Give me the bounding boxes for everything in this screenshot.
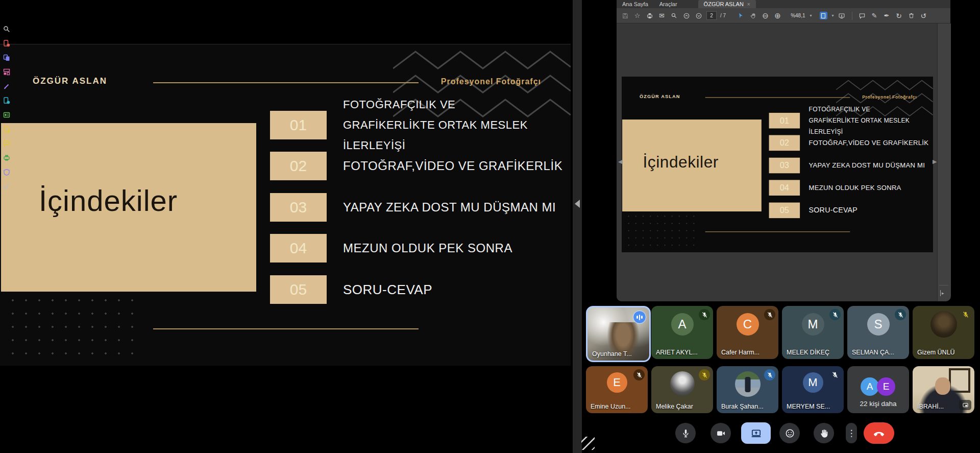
- toc-item: 05 SORU-CEVAP: [270, 275, 561, 304]
- raise-hand-button[interactable]: [814, 423, 834, 443]
- overflow-participants-tile[interactable]: A E 22 kişi daha: [847, 366, 909, 413]
- edit-pdf-tool-icon[interactable]: [3, 83, 10, 90]
- zoom-out-icon[interactable]: ⊖: [761, 11, 770, 20]
- participant-tile[interactable]: E Emine Uzun...: [586, 366, 648, 413]
- collapse-panel-arrow-icon[interactable]: [575, 200, 580, 208]
- next-page-icon[interactable]: [694, 11, 703, 20]
- select-tool-icon[interactable]: [737, 11, 745, 20]
- participant-tile[interactable]: Burak Şahan...: [717, 366, 778, 413]
- participant-tile[interactable]: Gizem ÜNLÜ: [913, 306, 974, 359]
- protect-pdf-tool-icon[interactable]: [3, 126, 10, 133]
- email-icon[interactable]: ✉: [657, 11, 666, 20]
- slide-title: İçindekiler: [643, 152, 718, 171]
- print-icon[interactable]: [645, 11, 654, 20]
- refresh-icon[interactable]: ↺: [919, 11, 928, 20]
- toc-number: 05: [270, 275, 327, 304]
- toc-label: MEZUN OLDUK PEK SONRA: [343, 241, 512, 255]
- toc-item: 04 MEZUN OLDUK PEK SONRA: [769, 180, 928, 196]
- toolbar-separator: [852, 12, 852, 20]
- organize-pages-tool-icon[interactable]: [3, 68, 10, 76]
- present-screen-button[interactable]: [741, 422, 771, 444]
- toc-number: 01: [270, 111, 327, 139]
- delete-pages-icon[interactable]: [907, 11, 916, 20]
- next-page-edge-icon[interactable]: ▶: [933, 158, 937, 165]
- prev-page-edge-icon[interactable]: ◀: [618, 158, 622, 165]
- overflow-avatar: A: [861, 377, 879, 396]
- export-pdf-tool-icon[interactable]: [3, 97, 10, 104]
- participant-tile-video[interactable]: İBRAHİ...: [913, 366, 974, 413]
- close-tab-icon[interactable]: ×: [747, 2, 750, 7]
- tab-document[interactable]: ÖZGÜR ASLAN ×: [698, 0, 756, 9]
- reactions-button[interactable]: [779, 423, 800, 443]
- speaking-indicator-icon: [633, 311, 646, 324]
- save-icon[interactable]: [621, 11, 629, 20]
- dots-pattern: [625, 212, 695, 251]
- tab-home[interactable]: Ana Sayfa: [617, 0, 654, 9]
- more-options-button[interactable]: ⋮: [846, 423, 857, 443]
- toc-label: MEZUN OLDUK PEK SONRA: [809, 184, 901, 192]
- tab-tools[interactable]: Araçlar: [654, 0, 683, 9]
- tab-home-label: Ana Sayfa: [622, 1, 648, 7]
- toc-number: 04: [769, 180, 800, 196]
- page-view-caret-icon[interactable]: ▾: [832, 13, 834, 18]
- search-icon[interactable]: [670, 11, 678, 20]
- hand-tool-icon[interactable]: [749, 11, 757, 20]
- dots-pattern: [6, 294, 135, 364]
- participant-name: Cafer Harm...: [721, 349, 760, 356]
- mic-off-icon: [633, 369, 645, 380]
- avatar: S: [867, 313, 890, 336]
- gold-divider-bottom: [153, 328, 419, 329]
- fit-width-icon[interactable]: [838, 11, 846, 20]
- toc-label: FOTOĞRAF,VİDEO VE GRAFİKERLİK: [343, 159, 562, 173]
- create-pdf-tool-icon[interactable]: [3, 40, 10, 47]
- leave-call-button[interactable]: [864, 422, 894, 444]
- title-panel: İçindekiler: [622, 120, 762, 211]
- camera-button[interactable]: [710, 423, 731, 443]
- toc-label: SORU-CEVAP: [809, 206, 857, 214]
- sign-icon[interactable]: ✒: [883, 11, 891, 20]
- shield-tool-icon[interactable]: [3, 169, 10, 176]
- search-zoom-tool-icon[interactable]: [3, 26, 10, 33]
- pdf-page[interactable]: ÖZGÜR ASLAN Profesyonel Fotoğrafçı İçind…: [622, 77, 933, 252]
- comment-icon[interactable]: [858, 11, 867, 20]
- presentation-slide-small: ÖZGÜR ASLAN Profesyonel Fotoğrafçı İçind…: [622, 77, 933, 252]
- send-rotate-icon[interactable]: ↻: [895, 11, 903, 20]
- participant-tile[interactable]: C Cafer Harm...: [717, 306, 778, 359]
- zoom-level[interactable]: %48,1: [791, 13, 805, 18]
- participant-tile[interactable]: M MERYEM SE...: [782, 366, 844, 413]
- star-favorites-icon[interactable]: ☆: [633, 11, 642, 20]
- toc-item: 05 SORU-CEVAP: [769, 203, 928, 219]
- window-resize-grip[interactable]: [581, 437, 595, 450]
- participant-name: İBRAHİ...: [917, 403, 944, 410]
- previous-page-icon[interactable]: [682, 11, 691, 20]
- participant-name: Emine Uzun...: [591, 403, 631, 410]
- scan-ocr-tool-icon[interactable]: [3, 111, 10, 118]
- participant-tile[interactable]: M MELEK DİKEÇ: [782, 306, 844, 359]
- person-silhouette: [745, 377, 750, 392]
- participant-name: Burak Şahan...: [721, 403, 764, 410]
- toc-label: FOTOĞRAFÇILIK VE GRAFİKERLİKTE ORTAK MES…: [809, 104, 916, 137]
- page-view-icon[interactable]: [820, 12, 827, 19]
- draw-icon[interactable]: ✎: [870, 11, 879, 20]
- microphone-button[interactable]: [675, 423, 696, 443]
- tab-tools-label: Araçlar: [659, 1, 677, 7]
- participant-tile[interactable]: Melike Çakar: [651, 366, 713, 413]
- picture-in-picture-icon[interactable]: [959, 400, 971, 410]
- page-number-input[interactable]: 2: [706, 11, 717, 20]
- participant-tile[interactable]: A ARIET AKYL...: [651, 306, 713, 359]
- expand-tools-pane-icon[interactable]: ▸: [940, 290, 944, 296]
- print-production-tool-icon[interactable]: [3, 154, 10, 161]
- avatar: C: [737, 313, 759, 336]
- toc-number: 03: [769, 158, 800, 174]
- avatar: A: [671, 313, 694, 336]
- more-tools-icon[interactable]: [3, 183, 10, 190]
- photo-avatar: [735, 371, 761, 397]
- toc-item: 02 FOTOĞRAF,VİDEO VE GRAFİKERLİK: [270, 152, 561, 180]
- participant-tile[interactable]: S SELMAN ÇA...: [847, 306, 909, 359]
- gold-divider-top: [153, 82, 419, 83]
- combine-files-tool-icon[interactable]: [3, 54, 10, 61]
- comment-tool-icon[interactable]: [3, 140, 10, 147]
- zoom-in-icon[interactable]: ⊕: [773, 11, 782, 20]
- participant-tile-video[interactable]: Oyunhane T...: [586, 306, 651, 362]
- zoom-caret-icon[interactable]: ▾: [810, 13, 812, 18]
